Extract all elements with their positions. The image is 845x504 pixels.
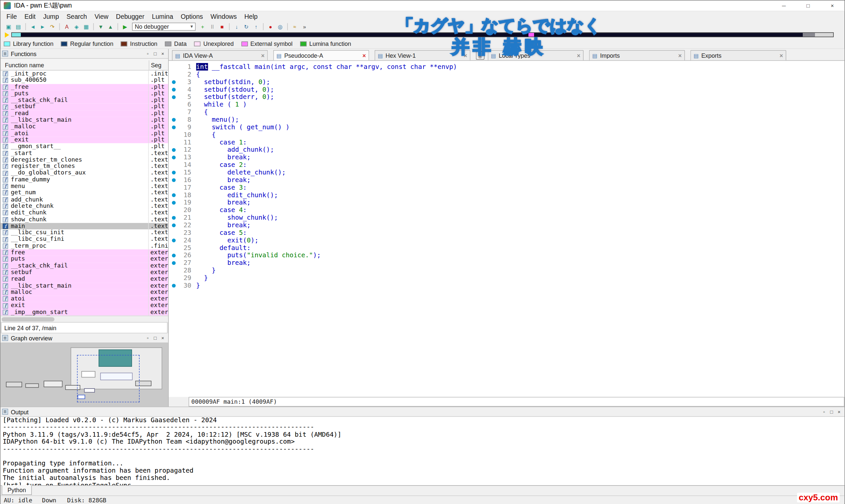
pseudocode-line[interactable]: 23 case 5: (169, 229, 844, 236)
pseudocode-line[interactable]: 19 break; (169, 199, 844, 206)
pseudocode-line[interactable]: 15 delete_chunk(); (169, 168, 844, 176)
function-row[interactable]: f sub_400650 .plt (1, 77, 168, 84)
function-row[interactable]: f _setbuf .plt (1, 104, 168, 110)
graph-overview-canvas[interactable] (1, 343, 168, 407)
function-row[interactable]: f setbuf extern (1, 269, 168, 276)
pseudocode-line[interactable]: 11 case 1: (169, 139, 844, 146)
pseudocode-line[interactable]: 14 case 2: (169, 161, 844, 168)
breakpoint-gutter[interactable] (169, 274, 178, 282)
breakpoint-gutter[interactable] (169, 86, 178, 93)
pseudocode-line[interactable]: 12 add_chunk(); (169, 146, 844, 154)
breakpoint-gutter[interactable] (169, 221, 178, 229)
tab-hex-view-1[interactable]: ▤ Hex View-1 × (375, 50, 471, 60)
tab-close-icon[interactable]: × (678, 52, 682, 59)
pseudocode-line[interactable]: 20 case 4: (169, 206, 844, 214)
function-row[interactable]: f deregister_tm_clones .text (1, 157, 168, 163)
dock-small-icon[interactable]: ▫ (820, 408, 828, 415)
function-row[interactable]: f _read .plt (1, 110, 168, 117)
function-row[interactable]: f _imp__gmon_start extern (1, 309, 168, 316)
function-row[interactable]: f __libc_csu_init .text (1, 230, 168, 236)
breakpoint-gutter[interactable] (169, 71, 178, 78)
jump-icon[interactable]: ↷ (48, 22, 57, 31)
breakpoint-gutter[interactable] (169, 184, 178, 191)
function-row[interactable]: f get_num .text (1, 190, 168, 196)
function-row[interactable]: f __stack_chk_fail extern (1, 263, 168, 269)
pseudocode-line[interactable]: 28 } (169, 267, 844, 274)
pseudocode-line[interactable]: 6 while ( 1 ) (169, 101, 844, 108)
pseudocode-line[interactable]: 27 break; (169, 259, 844, 267)
tab-exports[interactable]: ▤ Exports × (690, 50, 786, 60)
pseudocode-line[interactable]: 8 menu(); (169, 116, 844, 123)
breakpoint-gutter[interactable] (169, 191, 178, 199)
minimize-button[interactable]: ─ (772, 0, 796, 11)
menu-item-view[interactable]: View (91, 12, 112, 21)
pseudocode-view[interactable]: 1 int __fastcall main(int argc, const ch… (169, 61, 844, 397)
dock-small-icon[interactable]: ▫ (144, 335, 152, 341)
breakpoint-gutter[interactable] (169, 168, 178, 176)
breakpoint-gutter[interactable] (169, 78, 178, 86)
menu-item-options[interactable]: Options (177, 12, 207, 21)
pseudocode-line[interactable]: 22 break; (169, 221, 844, 229)
flowchart-icon[interactable]: ▦ (82, 22, 91, 31)
save-icon[interactable]: ▤ (14, 22, 23, 31)
function-row[interactable]: f register_tm_clones .text (1, 163, 168, 170)
function-row[interactable]: f _atoi .plt (1, 130, 168, 137)
tab-imports[interactable]: ▤ Imports × (589, 50, 685, 60)
pseudocode-line[interactable]: 9 switch ( get_num() ) (169, 123, 844, 131)
function-row[interactable]: f _init_proc .init (1, 71, 168, 77)
menu-item-file[interactable]: File (3, 12, 20, 21)
pseudocode-line[interactable]: 5 setbuf(stderr, 0); (169, 93, 844, 101)
pseudocode-line[interactable]: 25 default: (169, 244, 844, 252)
pseudocode-line[interactable]: 21 show_chunk(); (169, 214, 844, 221)
breakpoint-gutter[interactable] (169, 154, 178, 161)
debugger-combo[interactable]: No debugger ▾ (132, 22, 196, 30)
breakpoint-gutter[interactable] (169, 116, 178, 123)
forward-icon[interactable]: ► (38, 22, 47, 31)
function-row[interactable]: f _term_proc .fini (1, 243, 168, 249)
menu-item-debugger[interactable]: Debugger (112, 12, 148, 21)
function-row[interactable]: f menu .text (1, 183, 168, 190)
tab-close-icon[interactable]: × (577, 52, 581, 59)
breakpoint-gutter[interactable] (169, 244, 178, 252)
dock-close-icon[interactable]: × (159, 335, 167, 341)
dock-small-icon[interactable]: ▫ (144, 50, 152, 57)
open-icon[interactable]: ▣ (4, 22, 13, 31)
dock-float-icon[interactable]: □ (152, 335, 159, 341)
breakpoint-gutter[interactable] (169, 259, 178, 267)
column-segment[interactable]: Seg (149, 60, 168, 70)
function-row[interactable]: f free extern (1, 249, 168, 256)
output-console[interactable]: [Patching] Loaded v0.2.0 - (c) Markus Ga… (1, 417, 845, 485)
tab-local-types[interactable]: ▤ Local Types × (488, 50, 584, 60)
scrollbar-thumb[interactable] (2, 317, 54, 322)
breakpoints-icon[interactable]: ● (266, 22, 275, 31)
attach-process-icon[interactable]: + (198, 22, 207, 31)
function-row[interactable]: f atoi extern (1, 295, 168, 302)
menu-item-search[interactable]: Search (63, 12, 91, 21)
stop-process-icon[interactable]: ■ (217, 22, 227, 31)
breakpoint-gutter[interactable] (169, 101, 178, 108)
pseudocode-line[interactable]: 26 puts("invalid choice."); (169, 251, 844, 259)
menu-item-windows[interactable]: Windows (207, 12, 240, 21)
menu-item-edit[interactable]: Edit (21, 12, 40, 21)
function-row[interactable]: f delete_chunk .text (1, 203, 168, 210)
function-row[interactable]: f _exit .plt (1, 137, 168, 143)
tab-close-icon[interactable]: × (780, 52, 783, 59)
dock-float-icon[interactable]: □ (152, 50, 159, 57)
breakpoint-gutter[interactable] (169, 236, 178, 244)
breakpoint-gutter[interactable] (169, 199, 178, 206)
step-over-icon[interactable]: ↻ (241, 22, 251, 31)
run-until-return-icon[interactable]: ↑ (251, 22, 261, 31)
breakpoint-gutter[interactable] (169, 229, 178, 236)
function-row[interactable]: f add_chunk .text (1, 196, 168, 203)
function-row[interactable]: f __do_global_dtors_aux .text (1, 170, 168, 177)
menu-item-jump[interactable]: Jump (39, 12, 63, 21)
function-row[interactable]: f malloc extern (1, 289, 168, 295)
tab-ida-view-a[interactable]: ▤ IDA View-A × (172, 50, 268, 60)
function-row[interactable]: f __gmon_start__ .plt (1, 143, 168, 150)
breakpoint-gutter[interactable] (169, 146, 178, 154)
function-row[interactable]: f __stack_chk_fail .plt (1, 97, 168, 104)
function-row[interactable]: f __libc_start_main .plt (1, 117, 168, 123)
breakpoint-gutter[interactable] (169, 139, 178, 146)
lumina-pull-icon[interactable]: ▼ (96, 22, 106, 31)
function-row[interactable]: f _malloc .plt (1, 123, 168, 130)
